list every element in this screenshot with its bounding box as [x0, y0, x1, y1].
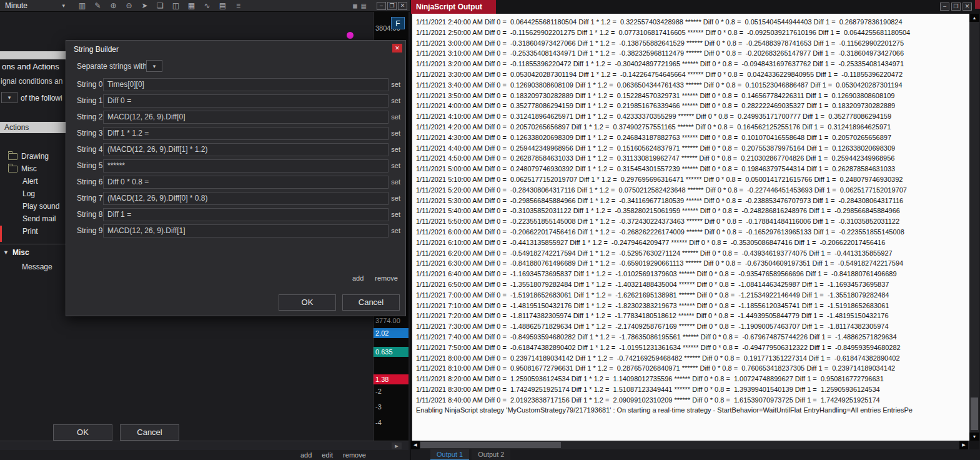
scroll-right-icon[interactable]: ▶	[959, 441, 968, 449]
string-row: String 9 MACD(12, 26, 9).Diff[1] set	[66, 224, 405, 238]
set-link[interactable]: set	[391, 208, 400, 221]
chart-style-icon[interactable]: ▥	[77, 1, 87, 10]
panel-split-icon[interactable]: ◫	[171, 1, 181, 10]
scroll-up-icon[interactable]: ▲	[969, 14, 979, 22]
close-icon[interactable]: ✕	[392, 44, 402, 52]
horizontal-scrollbar[interactable]: ◀ ▶	[411, 441, 969, 449]
output-line: 1/11/2021 6:30:00 AM Diff 0 = -0.8418807…	[416, 258, 969, 269]
tree-item[interactable]: Play sound	[0, 200, 66, 212]
separator-dropdown[interactable]: ▾	[146, 60, 162, 72]
clipboard-icon[interactable]: ❏	[156, 1, 165, 10]
interval-selector[interactable]: Minute ▾	[0, 1, 70, 10]
expander-icon[interactable]: ▼	[3, 249, 9, 256]
vertical-scrollbar[interactable]: ▲ ▼	[969, 14, 979, 441]
screen: Minute ▾ ▥✎⊕⊖➤❏◫▦∿▤≡ ◼ ▦ –❐✕ ons and Act…	[0, 0, 980, 460]
partial-close-button[interactable]	[975, 0, 980, 9]
close-button[interactable]: ✕	[398, 2, 407, 10]
remove-link[interactable]: remove	[375, 274, 398, 282]
cancel-button[interactable]: Cancel	[342, 294, 400, 311]
actions-section-header: Actions	[0, 122, 66, 133]
misc-group-header[interactable]: ▼ Misc	[0, 246, 66, 259]
output-line: Enabling NinjaScript strategy 'MyCustomS…	[416, 405, 969, 416]
string-row: String 2 MACD(12, 26, 9).Diff[0] set	[66, 111, 405, 124]
misc-item-message[interactable]: Message	[22, 262, 52, 271]
set-link[interactable]: set	[391, 176, 400, 189]
set-link[interactable]: set	[391, 159, 400, 172]
string-value-field[interactable]: MACD(12, 26, 9).Diff[1]	[103, 224, 389, 238]
horizontal-scrollbar[interactable]: ▶	[0, 441, 408, 450]
string-value-field[interactable]: (MACD(12, 26, 9).Diff[0] * 0.8)	[103, 192, 389, 205]
output-line: 1/11/2021 4:00:00 AM Diff 0 = 0.35277808…	[416, 101, 969, 111]
add-link[interactable]: add	[352, 274, 364, 282]
set-link[interactable]: set	[391, 143, 400, 156]
scrollbar-thumb[interactable]	[971, 398, 978, 430]
axis-value: -3	[374, 403, 408, 411]
set-link[interactable]: set	[391, 94, 400, 108]
ok-button[interactable]: OK	[279, 294, 336, 311]
output-tab[interactable]: Output 1	[430, 449, 469, 460]
string-row: String 0 Times[0][0] set	[66, 78, 405, 91]
tree-item[interactable]: Log	[0, 188, 66, 200]
panel-divider	[0, 244, 66, 244]
scrollbar-thumb[interactable]	[420, 442, 561, 448]
output-tab[interactable]: Output 2	[472, 449, 510, 460]
indicator-wave-icon[interactable]: ∿	[202, 1, 212, 10]
tree-item[interactable]: Send mail	[0, 212, 66, 225]
condition-dropdown-label: of the followi	[21, 94, 62, 102]
output-line: 1/11/2021 4:10:00 AM Diff 0 = 0.31241896…	[416, 111, 969, 122]
string-value-field[interactable]: Diff 0 * 0.8 =	[103, 176, 389, 189]
string-value-field[interactable]: ******	[103, 159, 389, 172]
set-link[interactable]: set	[391, 127, 400, 140]
output-line: 1/11/2021 3:20:00 AM Diff 0 = -0.1185539…	[416, 59, 969, 69]
string-value-field[interactable]: Diff 1 * 1.2 =	[103, 127, 389, 140]
mini-grid-icon[interactable]: ▦	[361, 2, 367, 9]
close-button[interactable]: ✕	[963, 2, 972, 11]
tree-folder-misc[interactable]: Misc	[0, 162, 66, 175]
string-row-label: String 6	[77, 176, 102, 189]
footer-links: add edit remove	[300, 451, 366, 459]
output-line: 1/11/2021 3:10:00 AM Diff 0 = -0.2533540…	[416, 48, 969, 59]
list-icon[interactable]: ≡	[234, 1, 243, 10]
maximize-button[interactable]: ❐	[951, 2, 961, 11]
output-line: 1/11/2021 6:00:00 AM Diff 0 = -0.2066220…	[416, 227, 969, 238]
set-link[interactable]: set	[391, 111, 400, 124]
zoom-out-icon[interactable]: ⊖	[124, 1, 134, 10]
output-line: 1/11/2021 7:50:00 AM Diff 0 = -0.6184743…	[416, 342, 969, 353]
data-box-icon[interactable]: ▤	[218, 1, 227, 10]
scroll-right-icon[interactable]: ▶	[392, 442, 402, 449]
set-link[interactable]: set	[391, 78, 400, 91]
mini-chart-icon[interactable]: ◼	[352, 2, 357, 9]
condition-dropdown[interactable]: ▾	[1, 92, 17, 103]
set-link[interactable]: set	[391, 192, 400, 205]
edit-link[interactable]: edit	[322, 451, 333, 459]
string-value-field[interactable]: (MACD(12, 26, 9).Diff[1] * 1.2)	[103, 143, 389, 156]
output-line: 1/11/2021 7:00:00 AM Diff 0 = -1.5191865…	[416, 290, 969, 301]
pencil-draw-icon[interactable]: ✎	[93, 1, 102, 10]
scroll-left-icon[interactable]: ◀	[411, 441, 420, 449]
remove-link[interactable]: remove	[343, 451, 366, 459]
tree-item[interactable]: Print	[0, 225, 66, 238]
string-value-field[interactable]: Times[0][0]	[103, 78, 389, 91]
output-tabs: Output 1Output 2	[411, 449, 980, 460]
minimize-button[interactable]: –	[377, 2, 386, 10]
string-value-field[interactable]: Diff 1 =	[103, 208, 389, 221]
set-link[interactable]: set	[391, 224, 400, 238]
scroll-down-icon[interactable]: ▼	[969, 432, 979, 441]
string-value-field[interactable]: Diff 0 =	[103, 94, 389, 108]
string-value-field[interactable]: MACD(12, 26, 9).Diff[0]	[103, 111, 389, 124]
cancel-button[interactable]: Cancel	[120, 424, 179, 441]
add-link[interactable]: add	[300, 451, 312, 459]
tree-folder-drawing[interactable]: Drawing	[0, 150, 66, 162]
output-log-area[interactable]: 1/11/2021 2:40:00 AM Diff 0 = 0.06442556…	[412, 14, 969, 441]
zoom-in-icon[interactable]: ⊕	[109, 1, 118, 10]
f-badge[interactable]: F	[391, 17, 405, 29]
panel-subtitle: ignal conditions an	[1, 77, 62, 86]
minimize-button[interactable]: –	[940, 2, 949, 11]
tree-item[interactable]: Alert	[0, 175, 66, 188]
bars-grid-icon[interactable]: ▦	[187, 1, 196, 10]
ok-button[interactable]: OK	[53, 424, 112, 441]
maximize-button[interactable]: ❐	[387, 2, 397, 10]
string-row-label: String 3	[77, 127, 102, 140]
cursor-icon[interactable]: ➤	[140, 1, 149, 10]
output-line: 1/11/2021 4:50:00 AM Diff 0 = 0.26287858…	[416, 153, 969, 164]
